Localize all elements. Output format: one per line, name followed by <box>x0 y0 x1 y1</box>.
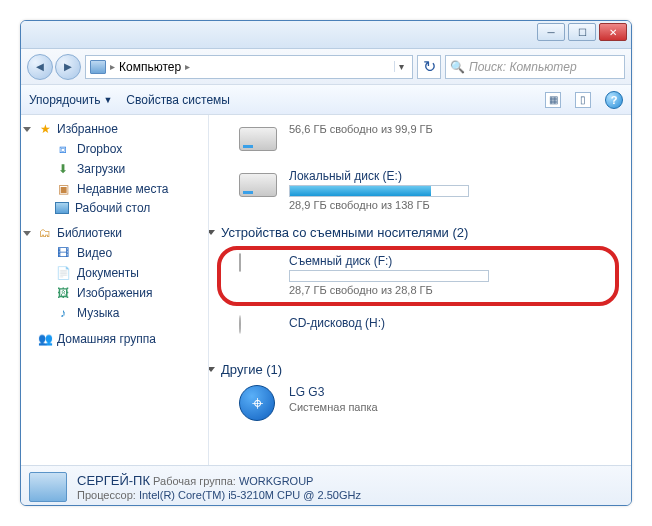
cd-drive-icon <box>239 315 241 334</box>
video-icon: 🎞 <box>55 245 71 261</box>
capacity-bar <box>289 185 469 197</box>
images-icon: 🖼 <box>55 285 71 301</box>
sidebar-item-video[interactable]: 🎞 Видео <box>21 243 208 263</box>
libraries-icon: 🗂 <box>37 225 53 241</box>
computer-icon <box>29 472 67 502</box>
search-icon: 🔍 <box>450 60 465 74</box>
address-bar[interactable]: ▸ Компьютер ▸ ▾ <box>85 55 413 79</box>
cpu-label: Процессор: <box>77 489 136 501</box>
drive-label: CD-дисковод (H:) <box>289 316 385 330</box>
content-pane: 56,6 ГБ свободно из 99,9 ГБ Локальный ди… <box>209 115 631 465</box>
drive-free-space: 28,9 ГБ свободно из 138 ГБ <box>289 199 469 211</box>
sidebar-item-documents[interactable]: 📄 Документы <box>21 263 208 283</box>
address-segment[interactable]: Компьютер <box>119 60 181 74</box>
drive-item[interactable]: Локальный диск (E:) 28,9 ГБ свободно из … <box>217 165 623 221</box>
titlebar[interactable]: ─ ☐ ✕ <box>21 21 631 49</box>
music-icon: ♪ <box>55 305 71 321</box>
drive-item-removable-f[interactable]: Съемный диск (F:) 28,7 ГБ свободно из 28… <box>239 254 603 296</box>
help-button[interactable]: ? <box>605 91 623 109</box>
explorer-window: ─ ☐ ✕ ◄ ► ▸ Компьютер ▸ ▾ ↻ 🔍 Поиск: Ком… <box>20 20 632 506</box>
toolbar: Упорядочить ▼ Свойства системы ▦ ▯ ? <box>21 85 631 115</box>
section-removable[interactable]: Устройства со съемными носителями (2) <box>217 221 623 244</box>
sidebar-item-music[interactable]: ♪ Музыка <box>21 303 208 323</box>
sidebar-item-recent[interactable]: ▣ Недавние места <box>21 179 208 199</box>
collapse-icon <box>209 367 215 372</box>
highlight-annotation: Съемный диск (F:) 28,7 ГБ свободно из 28… <box>217 246 619 306</box>
forward-button[interactable]: ► <box>55 54 81 80</box>
close-button[interactable]: ✕ <box>599 23 627 41</box>
path-separator-icon: ▸ <box>110 61 115 72</box>
computer-icon <box>90 60 106 74</box>
view-mode-button[interactable]: ▦ <box>545 92 561 108</box>
back-button[interactable]: ◄ <box>27 54 53 80</box>
documents-icon: 📄 <box>55 265 71 281</box>
desktop-icon <box>55 202 69 214</box>
details-pane: СЕРГЕЙ-ПК Рабочая группа: WORKGROUP Проц… <box>21 465 631 506</box>
libraries-group[interactable]: 🗂 Библиотеки <box>21 223 208 243</box>
section-other[interactable]: Другие (1) <box>217 358 623 381</box>
workgroup-value: WORKGROUP <box>239 475 314 487</box>
removable-disk-icon <box>239 253 241 272</box>
cpu-value: Intel(R) Core(TM) i5-3210M CPU @ 2.50GHz <box>139 489 361 501</box>
star-icon: ★ <box>37 121 53 137</box>
collapse-icon <box>23 127 31 132</box>
search-input[interactable]: 🔍 Поиск: Компьютер <box>445 55 625 79</box>
downloads-icon: ⬇ <box>55 161 71 177</box>
collapse-icon <box>23 231 31 236</box>
address-dropdown-icon[interactable]: ▾ <box>394 61 408 72</box>
recent-icon: ▣ <box>55 181 71 197</box>
computer-name: СЕРГЕЙ-ПК <box>77 473 150 488</box>
hdd-icon <box>239 127 277 151</box>
sidebar-item-dropbox[interactable]: ⧈ Dropbox <box>21 139 208 159</box>
search-placeholder: Поиск: Компьютер <box>469 60 577 74</box>
organize-menu[interactable]: Упорядочить ▼ <box>29 93 112 107</box>
sidebar-item-downloads[interactable]: ⬇ Загрузки <box>21 159 208 179</box>
drive-free-space: 56,6 ГБ свободно из 99,9 ГБ <box>289 123 433 135</box>
navigation-bar: ◄ ► ▸ Компьютер ▸ ▾ ↻ 🔍 Поиск: Компьютер <box>21 49 631 85</box>
navigation-pane: ★ Избранное ⧈ Dropbox ⬇ Загрузки ▣ Недав… <box>21 115 209 465</box>
sidebar-item-desktop[interactable]: Рабочий стол <box>21 199 208 217</box>
capacity-bar <box>289 270 489 282</box>
drive-item-cd[interactable]: CD-дисковод (H:) <box>217 312 623 358</box>
drive-label: Локальный диск (E:) <box>289 169 469 183</box>
device-sublabel: Системная папка <box>289 401 378 413</box>
favorites-group[interactable]: ★ Избранное <box>21 119 208 139</box>
sidebar-item-images[interactable]: 🖼 Изображения <box>21 283 208 303</box>
system-properties-button[interactable]: Свойства системы <box>126 93 230 107</box>
homegroup-group[interactable]: 👥 Домашняя группа <box>21 329 208 349</box>
dropbox-icon: ⧈ <box>55 141 71 157</box>
maximize-button[interactable]: ☐ <box>568 23 596 41</box>
refresh-button[interactable]: ↻ <box>417 55 441 79</box>
device-label: LG G3 <box>289 385 378 399</box>
minimize-button[interactable]: ─ <box>537 23 565 41</box>
drive-item[interactable]: 56,6 ГБ свободно из 99,9 ГБ <box>217 119 623 165</box>
collapse-icon <box>209 230 215 235</box>
homegroup-icon: 👥 <box>37 331 53 347</box>
device-item-lg[interactable]: ⌖ LG G3 Системная папка <box>217 381 623 427</box>
bluetooth-icon: ⌖ <box>239 385 275 421</box>
drive-free-space: 28,7 ГБ свободно из 28,8 ГБ <box>289 284 489 296</box>
hdd-icon <box>239 173 277 197</box>
path-separator-icon: ▸ <box>185 61 190 72</box>
preview-pane-button[interactable]: ▯ <box>575 92 591 108</box>
drive-label: Съемный диск (F:) <box>289 254 489 268</box>
workgroup-label: Рабочая группа: <box>153 475 236 487</box>
